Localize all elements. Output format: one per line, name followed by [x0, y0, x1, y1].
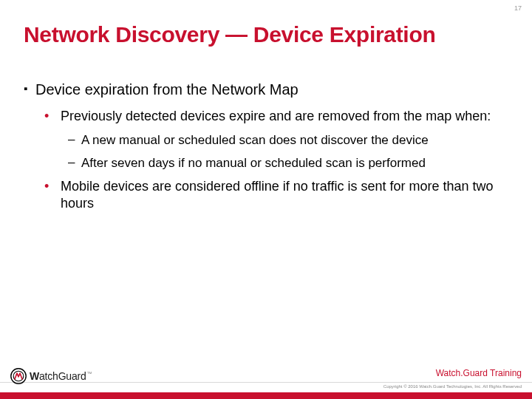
- footer-brand-text: Watch.Guard Training: [436, 368, 522, 378]
- logo-mark-icon: [10, 368, 27, 384]
- bullet-text: A new manual or scheduled scan does not …: [81, 132, 429, 148]
- bullet-level1: ▪ Device expiration from the Network Map: [24, 80, 508, 99]
- bullet-text: Device expiration from the Network Map: [35, 80, 299, 99]
- page-number: 17: [514, 4, 522, 12]
- bullet-level2: • Mobile devices are considered offline …: [44, 178, 508, 212]
- bullet-text: After seven days if no manual or schedul…: [81, 155, 426, 171]
- dash-bullet-icon: –: [68, 155, 81, 171]
- logo-text: WatchGuard™: [30, 370, 92, 382]
- dot-bullet-icon: •: [44, 178, 61, 212]
- bullet-level2: • Previously detected devices expire and…: [44, 108, 508, 125]
- footer-copyright: Copyright © 2016 Watch.Guard Technologie…: [383, 384, 522, 389]
- dash-bullet-icon: –: [68, 132, 81, 148]
- bullet-text: Previously detected devices expire and a…: [61, 108, 491, 125]
- footer-accent-bar: [0, 392, 532, 399]
- bullet-level3: – A new manual or scheduled scan does no…: [68, 132, 508, 148]
- bullet-text: Mobile devices are considered offline if…: [61, 178, 508, 212]
- watchguard-logo: WatchGuard™: [10, 368, 92, 384]
- bullet-level3: – After seven days if no manual or sched…: [68, 155, 508, 171]
- dot-bullet-icon: •: [44, 108, 61, 125]
- slide-body: ▪ Device expiration from the Network Map…: [24, 74, 508, 218]
- slide: 17 Network Discovery — Device Expiration…: [0, 0, 532, 399]
- square-bullet-icon: ▪: [24, 80, 35, 99]
- slide-title: Network Discovery — Device Expiration: [24, 22, 435, 47]
